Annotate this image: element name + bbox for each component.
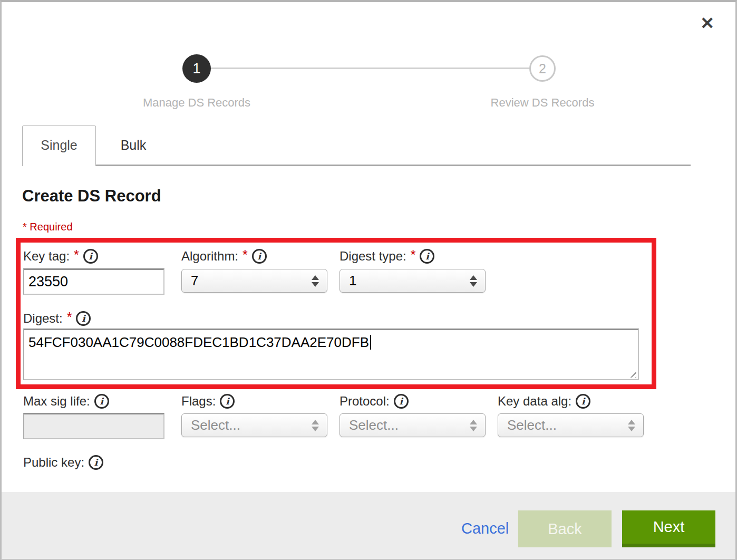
tab-bar: Single Bulk [22, 125, 691, 166]
close-icon[interactable]: ✕ [700, 15, 714, 32]
max-sig-life-label-text: Max sig life: [23, 394, 90, 409]
info-icon[interactable]: i [252, 249, 267, 264]
key-data-alg-select-value: Select... [507, 417, 557, 433]
protocol-select-value: Select... [349, 417, 399, 433]
key-tag-input[interactable] [23, 268, 164, 295]
modal-footer: Cancel Back Next [2, 492, 735, 559]
digest-type-select-value: 1 [349, 273, 356, 289]
digest-type-label-text: Digest type: [340, 249, 406, 264]
info-icon[interactable]: i [420, 249, 434, 264]
max-sig-life-label: Max sig life: i [23, 392, 109, 410]
required-star: * [411, 247, 416, 263]
flags-select[interactable]: Select... [181, 413, 327, 437]
algorithm-select-value: 7 [191, 273, 198, 289]
required-star: * [243, 247, 248, 263]
algorithm-label: Algorithm: * i [181, 247, 267, 265]
info-icon[interactable]: i [576, 394, 590, 409]
digest-type-label: Digest type: * i [340, 247, 434, 265]
key-data-alg-select[interactable]: Select... [498, 413, 644, 437]
select-arrows-icon [312, 420, 319, 431]
create-ds-record-modal: ✕ 1 2 Manage DS Records Review DS Record… [0, 0, 737, 560]
public-key-label: Public key: i [23, 453, 103, 471]
page-title: Create DS Record [22, 187, 161, 206]
tab-bulk[interactable]: Bulk [96, 125, 171, 165]
flags-label: Flags: i [181, 392, 235, 410]
key-tag-label-text: Key tag: [23, 249, 70, 264]
select-arrows-icon [628, 420, 635, 431]
cancel-button[interactable]: Cancel [461, 520, 509, 537]
digest-textarea[interactable]: 54FCF030AA1C79C0088FDEC1BD1C37DAA2E70DFB [23, 329, 639, 380]
info-icon[interactable]: i [94, 394, 109, 409]
next-button[interactable]: Next [622, 510, 715, 547]
max-sig-life-input [23, 413, 164, 439]
stepper-step-1-circle: 1 [182, 54, 211, 83]
info-icon[interactable]: i [89, 455, 103, 470]
digest-value: 54FCF030AA1C79C0088FDEC1BD1C37DAA2E70DFB [28, 334, 369, 350]
info-icon[interactable]: i [220, 394, 235, 409]
flags-select-value: Select... [191, 417, 240, 433]
protocol-select[interactable]: Select... [340, 413, 486, 437]
key-data-alg-label-text: Key data alg: [498, 394, 571, 409]
info-icon[interactable]: i [76, 311, 91, 326]
select-arrows-icon [470, 420, 477, 431]
digest-label-text: Digest: [23, 311, 63, 326]
select-arrows-icon [312, 275, 319, 287]
algorithm-label-text: Algorithm: [181, 249, 238, 264]
resize-handle[interactable] [627, 369, 636, 378]
text-cursor [370, 335, 371, 350]
back-button[interactable]: Back [518, 510, 612, 547]
flags-label-text: Flags: [181, 394, 216, 409]
digest-type-select[interactable]: 1 [340, 269, 486, 293]
required-star: * [74, 247, 79, 263]
required-note: * Required [23, 221, 73, 233]
info-icon[interactable]: i [83, 249, 98, 264]
protocol-label: Protocol: i [340, 392, 409, 410]
select-arrows-icon [470, 275, 477, 287]
algorithm-select[interactable]: 7 [181, 269, 327, 293]
public-key-label-text: Public key: [23, 455, 84, 470]
digest-label: Digest: * i [23, 310, 91, 327]
stepper-step-1-label: Manage DS Records [117, 96, 277, 110]
tab-single[interactable]: Single [22, 125, 96, 166]
stepper-step-2-label: Review DS Records [462, 96, 623, 110]
stepper-step-2-circle: 2 [529, 55, 556, 82]
info-icon[interactable]: i [394, 394, 409, 409]
stepper-connector-line [211, 67, 530, 69]
required-star: * [67, 310, 72, 325]
protocol-label-text: Protocol: [340, 394, 390, 409]
key-tag-label: Key tag: * i [23, 247, 98, 265]
key-data-alg-label: Key data alg: i [498, 392, 590, 410]
